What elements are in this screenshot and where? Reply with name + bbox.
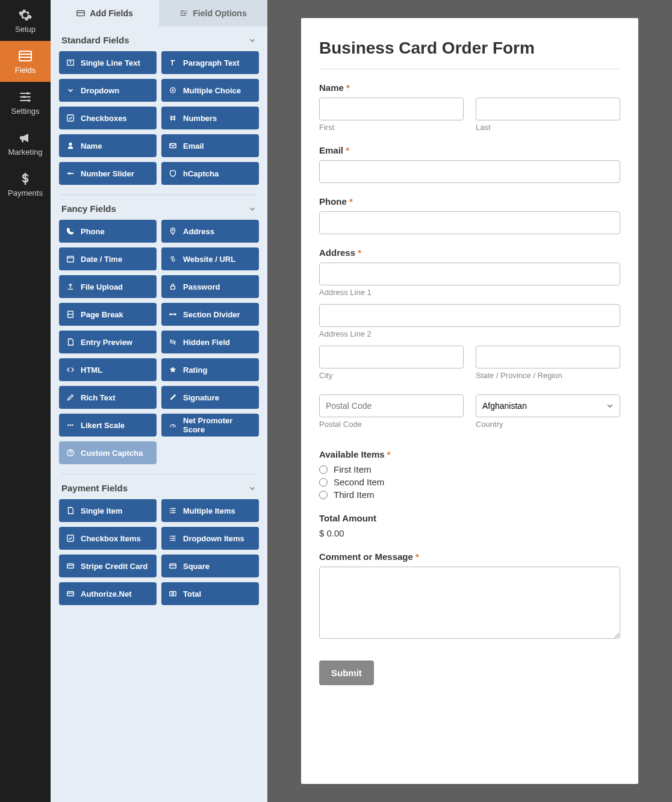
field-btn-single-item[interactable]: Single Item	[59, 499, 157, 522]
section-standard-header[interactable]: Standard Fields	[59, 26, 259, 51]
field-btn-dropdown-items[interactable]: Dropdown Items	[161, 527, 259, 550]
add-fields-icon	[76, 9, 85, 17]
email-input[interactable]	[319, 160, 620, 183]
section-payment-header[interactable]: Payment Fields	[59, 474, 259, 499]
page-icon	[66, 310, 75, 319]
nav-payments[interactable]: Payments	[0, 164, 51, 205]
field-btn-label: Website / URL	[183, 255, 235, 264]
field-btn-multiple-choice[interactable]: Multiple Choice	[161, 79, 259, 102]
field-btn-dropdown[interactable]: Dropdown	[59, 79, 157, 102]
field-btn-name[interactable]: Name	[59, 134, 157, 157]
field-btn-signature[interactable]: Signature	[161, 386, 259, 409]
field-btn-numbers[interactable]: Numbers	[161, 107, 259, 129]
section-fancy-title: Fancy Fields	[61, 204, 116, 214]
name-label-text: Name	[319, 82, 344, 93]
item-option-label: First Item	[334, 464, 372, 474]
field-btn-address[interactable]: Address	[161, 220, 259, 243]
section-standard-title: Standard Fields	[61, 35, 129, 45]
panel-tabs: Add Fields Field Options	[51, 0, 267, 26]
field-btn-total[interactable]: Total	[161, 582, 259, 605]
comment-textarea[interactable]	[319, 567, 620, 639]
edit-icon	[66, 393, 75, 402]
field-btn-custom-captcha[interactable]: Custom Captcha	[59, 441, 157, 464]
field-btn-rating[interactable]: Rating	[161, 358, 259, 381]
field-btn-label: Rich Text	[81, 393, 116, 402]
field-btn-section-divider[interactable]: Section Divider	[161, 303, 259, 326]
item-radio[interactable]	[319, 478, 328, 486]
list-icon	[169, 506, 177, 515]
field-btn-paragraph-text[interactable]: Paragraph Text	[161, 51, 259, 74]
field-btn-date-time[interactable]: Date / Time	[59, 247, 157, 270]
nav-setup[interactable]: Setup	[0, 0, 51, 41]
email-label: Email *	[319, 145, 620, 155]
form-title: Business Card Order Form	[319, 39, 620, 69]
field-btn-page-break[interactable]: Page Break	[59, 303, 157, 326]
submit-button[interactable]: Submit	[319, 661, 374, 685]
postal-input[interactable]	[319, 394, 464, 417]
field-btn-checkboxes[interactable]: Checkboxes	[59, 107, 157, 129]
item-option[interactable]: Second Item	[319, 477, 620, 487]
field-btn-label: Password	[183, 282, 220, 291]
nav-fields-label: Fields	[15, 66, 36, 75]
question-icon	[66, 449, 75, 457]
field-btn-likert-scale[interactable]: Likert Scale	[59, 414, 157, 437]
mail-icon	[169, 141, 177, 150]
country-select[interactable]: Afghanistan	[476, 394, 620, 417]
city-input[interactable]	[319, 346, 464, 368]
phone-input[interactable]	[319, 211, 620, 234]
tab-add-fields[interactable]: Add Fields	[51, 0, 159, 26]
field-btn-entry-preview[interactable]: Entry Preview	[59, 331, 157, 353]
svg-point-43	[172, 592, 174, 595]
field-btn-html[interactable]: HTML	[59, 358, 157, 381]
field-btn-label: HTML	[81, 365, 102, 375]
field-name: Name * First Last	[319, 82, 620, 132]
field-btn-square[interactable]: Square	[161, 555, 259, 577]
field-btn-single-line-text[interactable]: TSingle Line Text	[59, 51, 157, 74]
tab-field-options[interactable]: Field Options	[159, 0, 267, 26]
field-btn-phone[interactable]: Phone	[59, 220, 157, 243]
fields-icon	[18, 49, 33, 63]
field-btn-net-promoter-score[interactable]: Net Promoter Score	[161, 414, 259, 437]
address-line2-input[interactable]	[319, 304, 620, 327]
field-btn-file-upload[interactable]: File Upload	[59, 275, 157, 298]
svg-rect-14	[170, 144, 176, 148]
field-address: Address * Address Line 1 Address Line 2 …	[319, 247, 620, 436]
field-btn-label: Rating	[183, 365, 207, 375]
nav-fields[interactable]: Fields	[0, 41, 51, 82]
svg-point-26	[72, 424, 73, 426]
item-option[interactable]: Third Item	[319, 490, 620, 500]
nav-settings[interactable]: Settings	[0, 82, 51, 123]
field-btn-website-url[interactable]: Website / URL	[161, 247, 259, 270]
field-btn-password[interactable]: Password	[161, 275, 259, 298]
field-btn-hidden-field[interactable]: Hidden Field	[161, 331, 259, 353]
doc-icon	[66, 506, 75, 515]
state-input[interactable]	[476, 346, 620, 368]
field-btn-authorize-net[interactable]: Authorize.Net	[59, 582, 157, 605]
shield-icon	[169, 169, 177, 178]
field-btn-multiple-items[interactable]: Multiple Items	[161, 499, 259, 522]
nav-marketing[interactable]: Marketing	[0, 123, 51, 164]
items-label-text: Available Items	[319, 449, 385, 459]
field-btn-number-slider[interactable]: Number Slider	[59, 162, 157, 185]
bullhorn-icon	[18, 131, 33, 145]
field-btn-checkbox-items[interactable]: Checkbox Items	[59, 527, 157, 550]
item-radio[interactable]	[319, 465, 328, 474]
field-btn-hcaptcha[interactable]: hCaptcha	[161, 162, 259, 185]
field-btn-label: Numbers	[183, 114, 217, 123]
address-line2-sublabel: Address Line 2	[319, 329, 620, 338]
item-radio[interactable]	[319, 491, 328, 499]
item-option[interactable]: First Item	[319, 464, 620, 474]
tab-add-label: Add Fields	[90, 8, 133, 18]
field-btn-label: Likert Scale	[81, 421, 125, 430]
tab-options-label: Field Options	[193, 8, 246, 18]
field-btn-email[interactable]: Email	[161, 134, 259, 157]
field-btn-stripe-credit-card[interactable]: Stripe Credit Card	[59, 555, 157, 577]
last-name-input[interactable]	[476, 98, 620, 120]
field-btn-label: Multiple Choice	[183, 86, 241, 95]
check-icon	[66, 534, 75, 542]
section-fancy-header[interactable]: Fancy Fields	[59, 195, 259, 220]
first-name-input[interactable]	[319, 98, 464, 120]
field-btn-rich-text[interactable]: Rich Text	[59, 386, 157, 409]
address-line1-input[interactable]	[319, 263, 620, 285]
card-icon	[66, 589, 75, 598]
